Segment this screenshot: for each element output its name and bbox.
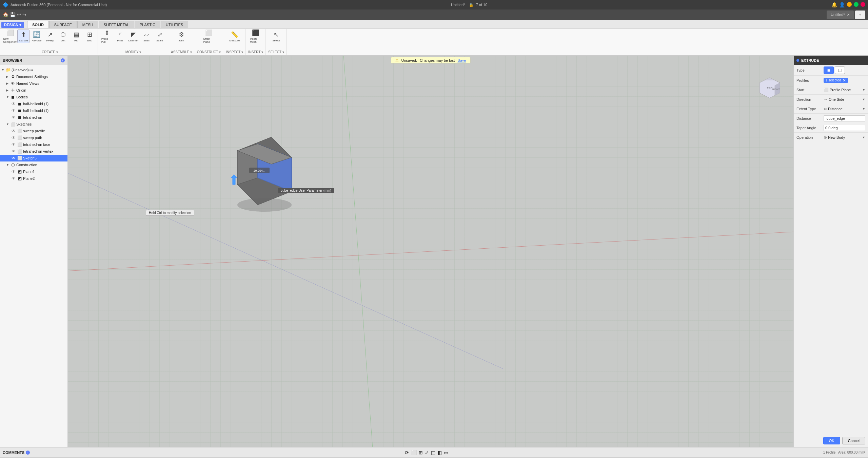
3d-model[interactable]: 20.294... [210, 123, 305, 218]
tab-utilities[interactable]: UTILITIES [161, 21, 188, 28]
tab-close-icon[interactable]: ✕ [847, 13, 850, 17]
tetrahedron-visibility[interactable]: 👁 [11, 115, 16, 120]
tree-item-named-views[interactable]: ▶ 👁 Named Views [0, 80, 67, 87]
save-quick-icon[interactable]: 💾 [10, 12, 16, 17]
tree-item-tet-vertex[interactable]: 👁 ⬜ tetrahedron vertex [0, 148, 67, 155]
insert-mesh-btn[interactable]: ⬛ Insert Mesh [250, 30, 262, 43]
tab-untitled[interactable]: Untitled* ✕ [827, 11, 854, 19]
shell-btn[interactable]: ▱ Shell [140, 30, 153, 43]
tree-item-bodies[interactable]: ▼ ◼ Bodies [0, 94, 67, 100]
tree-item-sweep-path[interactable]: 👁 ⬜ sweep path [0, 134, 67, 141]
start-dropdown-arrow[interactable]: ▼ [862, 88, 865, 92]
zoom-fit-icon[interactable]: ⤢ [425, 450, 429, 455]
save-link[interactable]: Save [457, 58, 466, 62]
offset-plane-btn[interactable]: ⬜ Offset Plane [203, 30, 215, 43]
visual-style-icon[interactable]: ◧ [437, 450, 442, 455]
tree-item-half-helicoid-2[interactable]: 👁 ◼ half-helicoid (1) [0, 107, 67, 114]
profiles-chip[interactable]: 1 selected ✕ [824, 78, 848, 83]
loft-btn[interactable]: ⬡ Loft [57, 30, 69, 43]
new-component-btn[interactable]: ⬜ New Component [4, 30, 16, 43]
tree-item-construction[interactable]: ▼ ⬡ Construction [0, 161, 67, 168]
sweep-path-visibility[interactable]: 👁 [11, 135, 16, 140]
profiles-remove-btn[interactable]: ✕ [843, 78, 846, 82]
ground-plane-icon[interactable]: ▭ [444, 450, 448, 455]
operation-dropdown-arrow[interactable]: ▼ [862, 136, 865, 139]
ok-button[interactable]: OK [823, 437, 840, 444]
tree-item-sketches[interactable]: ▼ ⬜ Sketches [0, 121, 67, 128]
navigation-cube[interactable]: TOP FRONT [756, 76, 783, 103]
undo-icon[interactable]: ↩ [17, 12, 21, 17]
perspective-icon[interactable]: ◱ [431, 450, 435, 455]
tab-mesh[interactable]: MESH [77, 21, 98, 28]
display-mode-icon[interactable]: ⬜ [411, 450, 417, 455]
half-helicoid-2-visibility[interactable]: 👁 [11, 108, 16, 113]
profiles-value: 1 selected [826, 78, 841, 82]
extent-type-dropdown-arrow[interactable]: ▼ [862, 107, 865, 111]
maximize-button[interactable] [854, 2, 859, 7]
tet-face-visibility[interactable]: 👁 [11, 142, 16, 147]
title-bar-controls[interactable]: 🔔 👤 [831, 2, 865, 7]
tab-solid[interactable]: SOLID [27, 21, 49, 28]
extrude-btn[interactable]: ⬆ Extrude [17, 30, 29, 43]
tree-item-plane2[interactable]: 👁 ◩ Plane2 [0, 175, 67, 182]
construct-group-label[interactable]: CONSTRUCT ▾ [197, 50, 221, 54]
tree-item-origin[interactable]: ▶ ✛ Origin [0, 87, 67, 94]
extrude-panel: EXTRUDE Type ■ □ Profiles 1 selected ✕ S… [793, 56, 868, 447]
sketch5-visibility[interactable]: 👁 [11, 156, 16, 160]
design-dropdown[interactable]: DESIGN ▾ [1, 22, 24, 28]
user-icon[interactable]: 👤 [839, 2, 845, 7]
viewport[interactable]: ⚠ Unsaved: Changes may be lost Save [68, 56, 793, 447]
rib-btn[interactable]: ▤ Rib [70, 30, 82, 43]
cancel-button[interactable]: Cancel [842, 437, 865, 444]
bell-icon[interactable]: 🔔 [831, 2, 837, 7]
grid-icon[interactable]: ⊞ [419, 450, 423, 455]
measure-btn[interactable]: 📏 Measure [229, 30, 241, 43]
tree-item-sweep-profile[interactable]: 👁 ⬜ sweep profile [0, 128, 67, 134]
half-helicoid-1-visibility[interactable]: 👁 [11, 101, 16, 106]
viewport-grid [68, 56, 793, 447]
modify-group-label[interactable]: MODIFY ▾ [125, 50, 141, 54]
taper-angle-input[interactable] [824, 125, 865, 131]
plane2-visibility[interactable]: 👁 [11, 176, 16, 181]
sweep-btn[interactable]: ↗ Sweep [44, 30, 56, 43]
revolve-btn[interactable]: 🔄 Revolve [31, 30, 43, 43]
joint-btn[interactable]: ⚙ Joint [175, 30, 188, 43]
chamfer-btn[interactable]: ◤ Chamfer [127, 30, 139, 43]
home-icon[interactable]: 🏠 [3, 12, 8, 17]
create-group-label[interactable]: CREATE ▾ [42, 50, 58, 54]
tree-item-tetrahedron[interactable]: 👁 ◼ tetrahedron [0, 114, 67, 121]
distance-input[interactable] [824, 115, 865, 121]
tab-sheet-metal[interactable]: SHEET METAL [99, 21, 134, 28]
operation-value-container: ⊕ New Body ▼ [824, 135, 865, 140]
direction-dropdown-arrow[interactable]: ▼ [862, 98, 865, 101]
tree-item-doc-settings[interactable]: ▶ ⚙ Document Settings [0, 73, 67, 80]
tree-item-unsaved[interactable]: ▼ 📁 (Unsaved) ••• [0, 66, 67, 73]
web-btn[interactable]: ⊞ Web [83, 30, 96, 43]
fillet-btn[interactable]: ◜ Fillet [114, 30, 126, 43]
press-pull-btn[interactable]: ⇕ Press Pull [101, 30, 113, 43]
assemble-group-label[interactable]: ASSEMBLE ▾ [171, 50, 192, 54]
tab-plastic[interactable]: PLASTIC [135, 21, 160, 28]
plane1-visibility[interactable]: 👁 [11, 169, 16, 174]
tree-item-sketch5[interactable]: 👁 ⬜ Sketch5 [0, 155, 67, 161]
tree-item-tet-face[interactable]: 👁 ⬜ tetrahedron face [0, 141, 67, 148]
tree-item-half-helicoid-1[interactable]: 👁 ◼ half-helicoid (1) [0, 100, 67, 107]
comments-info-button[interactable]: i [26, 451, 30, 455]
redo-icon[interactable]: ↪ [22, 12, 26, 17]
minimize-button[interactable] [847, 2, 852, 7]
sweep-profile-visibility[interactable]: 👁 [11, 129, 16, 133]
type-solid-btn[interactable]: ■ [824, 66, 834, 74]
orbit-icon[interactable]: ⟳ [405, 450, 409, 455]
tet-vertex-visibility[interactable]: 👁 [11, 149, 16, 154]
select-btn[interactable]: ↖ Select [270, 30, 282, 43]
tree-item-plane1[interactable]: 👁 ◩ Plane1 [0, 168, 67, 175]
close-button[interactable] [861, 2, 865, 7]
browser-info-button[interactable]: i [61, 58, 65, 62]
select-group-label[interactable]: SELECT ▾ [268, 50, 284, 54]
scale-btn[interactable]: ⤢ Scale [154, 30, 166, 43]
tab-new[interactable]: + [855, 11, 865, 19]
type-surface-btn[interactable]: □ [835, 66, 845, 74]
tab-surface[interactable]: SURFACE [49, 21, 77, 28]
insert-group-label[interactable]: INSERT ▾ [248, 50, 263, 54]
inspect-group-label[interactable]: INSPECT ▾ [226, 50, 243, 54]
